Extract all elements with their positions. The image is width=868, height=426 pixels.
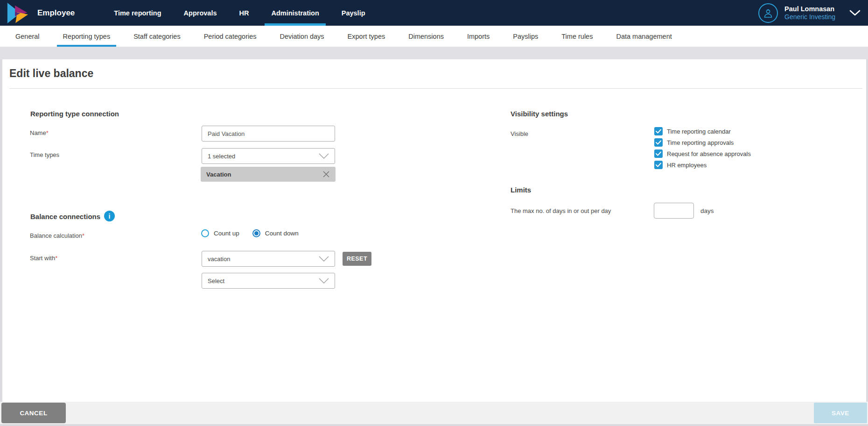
- section-visibility-settings: Visibility settings: [511, 110, 568, 118]
- required-asterisk: *: [55, 255, 57, 262]
- chevron-down-icon[interactable]: [849, 10, 861, 16]
- chevron-down-icon: [319, 153, 329, 159]
- balance-calculation-radios: Count up Count down: [201, 229, 307, 237]
- checkbox-row: HR employees: [654, 161, 707, 169]
- divider: [9, 88, 862, 89]
- days-unit-label: days: [700, 207, 714, 214]
- top-header: Employee Time reporting Approvals HR Adm…: [0, 0, 868, 26]
- nav-approvals[interactable]: Approvals: [173, 0, 228, 26]
- nav-hr[interactable]: HR: [228, 0, 260, 26]
- max-days-input[interactable]: [654, 203, 694, 219]
- brand-logo-icon[interactable]: [6, 1, 29, 25]
- product-title: Employee: [37, 8, 75, 18]
- content-card: Edit live balance Reporting type connect…: [2, 59, 866, 402]
- start-with-selected-value: vacation: [208, 256, 319, 263]
- visible-label: Visible: [511, 130, 528, 137]
- cancel-button[interactable]: CANCEL: [1, 403, 66, 423]
- checkbox-row: Request for absence approvals: [654, 149, 751, 158]
- checkbox-request-absence-approvals[interactable]: [654, 149, 663, 158]
- remove-chip-icon[interactable]: [322, 170, 330, 178]
- checkbox-hr-employees[interactable]: [654, 161, 663, 169]
- tab-reporting-types[interactable]: Reporting types: [51, 26, 122, 47]
- time-types-selected-value: 1 selected: [208, 153, 319, 160]
- name-input[interactable]: [202, 126, 335, 142]
- checkbox-label: Time reporting approvals: [667, 139, 734, 146]
- tab-data-management[interactable]: Data management: [604, 26, 683, 47]
- section-reporting-type-connection: Reporting type connection: [30, 110, 119, 118]
- info-icon[interactable]: i: [104, 211, 115, 221]
- time-type-chip: Vacation: [201, 167, 336, 182]
- page: Employee Time reporting Approvals HR Adm…: [0, 0, 868, 426]
- tab-dimensions[interactable]: Dimensions: [397, 26, 455, 47]
- bottom-strip: [0, 424, 868, 426]
- checkbox-row: Time reporting calendar: [654, 127, 731, 135]
- save-button[interactable]: SAVE: [814, 403, 867, 423]
- second-balance-select[interactable]: Select: [202, 273, 335, 289]
- tab-deviation-days[interactable]: Deviation days: [268, 26, 336, 47]
- balance-calculation-label: Balance calculation*: [30, 232, 84, 239]
- tab-general[interactable]: General: [4, 26, 51, 47]
- checkbox-label: Request for absence approvals: [667, 150, 751, 157]
- radio-count-down-label: Count down: [265, 230, 299, 237]
- required-asterisk: *: [82, 232, 84, 239]
- chevron-down-icon: [319, 278, 329, 284]
- reset-button[interactable]: RESET: [343, 252, 371, 266]
- time-types-select[interactable]: 1 selected: [202, 148, 335, 164]
- checkbox-time-reporting-calendar[interactable]: [654, 127, 663, 135]
- admin-tabbar: General Reporting types Staff categories…: [0, 26, 868, 47]
- section-balance-connections: Balance connections: [30, 213, 100, 220]
- check-icon: [656, 151, 661, 156]
- start-with-label: Start with*: [30, 255, 57, 262]
- name-label: Name*: [30, 129, 49, 136]
- user-menu[interactable]: Paul Lomnasan Generic Investing: [758, 0, 861, 26]
- avatar-icon: [758, 3, 778, 23]
- user-name: Paul Lomnasan: [784, 5, 835, 13]
- tab-time-rules[interactable]: Time rules: [550, 26, 604, 47]
- radio-count-down[interactable]: [252, 229, 260, 237]
- page-title: Edit live balance: [9, 67, 93, 80]
- time-types-label: Time types: [30, 151, 59, 158]
- nav-time-reporting[interactable]: Time reporting: [103, 0, 172, 26]
- tab-imports[interactable]: Imports: [455, 26, 501, 47]
- page-background-strip: [0, 47, 868, 59]
- checkbox-time-reporting-approvals[interactable]: [654, 138, 663, 147]
- check-icon: [656, 129, 661, 134]
- action-bar: CANCEL SAVE: [0, 402, 868, 424]
- second-select-value: Select: [208, 277, 319, 284]
- max-days-label: The max no. of days in or out per day: [511, 207, 611, 214]
- nav-payslip[interactable]: Payslip: [330, 0, 377, 26]
- nav-administration[interactable]: Administration: [260, 0, 330, 26]
- tab-staff-categories[interactable]: Staff categories: [122, 26, 192, 47]
- required-asterisk: *: [46, 129, 49, 136]
- chip-label: Vacation: [206, 171, 231, 178]
- user-company: Generic Investing: [784, 13, 835, 21]
- tab-export-types[interactable]: Export types: [336, 26, 397, 47]
- radio-count-up[interactable]: [201, 229, 209, 237]
- start-with-select[interactable]: vacation: [202, 251, 335, 267]
- tab-period-categories[interactable]: Period categories: [192, 26, 268, 47]
- person-icon: [763, 7, 774, 19]
- tab-payslips[interactable]: Payslips: [501, 26, 550, 47]
- main-nav: Time reporting Approvals HR Administrati…: [103, 0, 376, 26]
- section-limits: Limits: [511, 186, 531, 194]
- check-icon: [656, 163, 661, 167]
- check-icon: [656, 140, 661, 145]
- checkbox-row: Time reporting approvals: [654, 138, 734, 147]
- chevron-down-icon: [319, 256, 329, 262]
- checkbox-label: HR employees: [667, 162, 707, 169]
- radio-count-up-label: Count up: [214, 230, 239, 237]
- checkbox-label: Time reporting calendar: [667, 128, 731, 135]
